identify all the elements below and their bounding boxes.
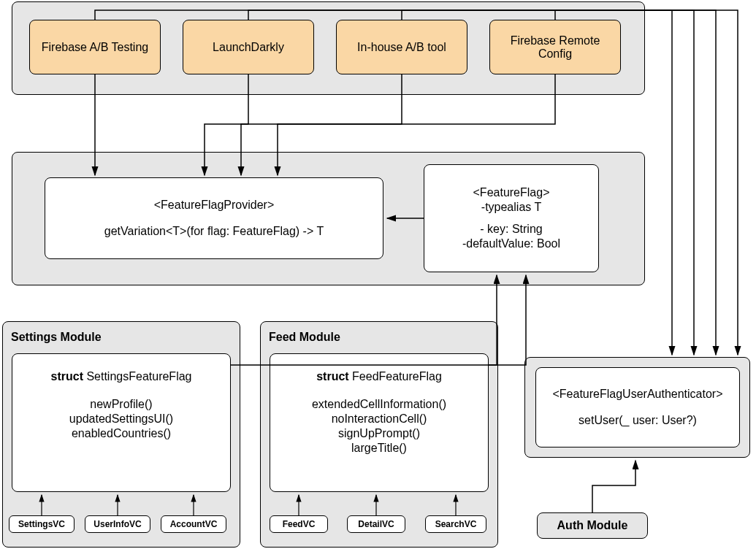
- provider-label: In-house A/B tool: [357, 41, 446, 54]
- featureflag-box: <FeatureFlag> -typealias T - key: String…: [424, 164, 599, 272]
- auth-title: <FeatureFlagUserAuthenticator>: [539, 388, 736, 401]
- vc-userinfo: UserInfoVC: [85, 515, 150, 533]
- struct-name: FeedFeatureFlag: [349, 370, 442, 383]
- vc-label: DetailVC: [358, 519, 394, 529]
- vc-label: AccountVC: [170, 519, 218, 529]
- ff-default: -defaultValue: Bool: [427, 237, 595, 250]
- auth-module-box: Auth Module: [537, 512, 648, 539]
- ff-title: <FeatureFlag>: [427, 186, 595, 199]
- auth-module-label: Auth Module: [557, 519, 628, 532]
- struct-keyword: struct: [316, 370, 348, 383]
- feed-method-2: signUpPrompt(): [273, 427, 485, 440]
- feed-struct-box: struct FeedFeatureFlag extendedCellInfor…: [270, 353, 489, 492]
- settings-module-label: Settings Module: [11, 331, 102, 344]
- vc-feed: FeedVC: [270, 515, 328, 533]
- vc-settings: SettingsVC: [9, 515, 75, 533]
- provider-firebase-ab: Firebase A/B Testing: [29, 20, 161, 74]
- ff-key: - key: String: [427, 223, 595, 236]
- provider-launchdarkly: LaunchDarkly: [183, 20, 314, 74]
- vc-label: UserInfoVC: [93, 519, 141, 529]
- vc-label: SearchVC: [435, 519, 477, 529]
- struct-name: SettingsFeatureFlag: [83, 370, 192, 383]
- vc-label: FeedVC: [283, 519, 316, 529]
- struct-keyword: struct: [51, 370, 83, 383]
- settings-method-0: newProfile(): [15, 398, 227, 411]
- vc-search: SearchVC: [425, 515, 486, 533]
- featureflagprovider-box: <FeatureFlagProvider> getVariation<T>(fo…: [45, 177, 383, 259]
- feed-method-1: noInteractionCell(): [273, 412, 485, 426]
- feed-module-label: Feed Module: [269, 331, 340, 344]
- feed-method-3: largeTitle(): [273, 442, 485, 455]
- provider-inhouse: In-house A/B tool: [336, 20, 467, 74]
- vc-account: AccountVC: [161, 515, 226, 533]
- settings-struct-box: struct SettingsFeatureFlag newProfile() …: [12, 353, 231, 492]
- provider-firebase-remote: Firebase Remote Config: [489, 20, 621, 74]
- vc-label: SettingsVC: [18, 519, 65, 529]
- provider-label: Firebase Remote Config: [493, 34, 617, 61]
- ff-typealias: -typealias T: [427, 201, 595, 214]
- settings-struct-title: struct SettingsFeatureFlag: [15, 370, 227, 383]
- feed-method-0: extendedCellInformation(): [273, 398, 485, 411]
- feed-struct-title: struct FeedFeatureFlag: [273, 370, 485, 383]
- auth-method: setUser(_ user: User?): [539, 414, 736, 427]
- provider-label: Firebase A/B Testing: [42, 41, 148, 54]
- ffp-title: <FeatureFlagProvider>: [48, 199, 380, 212]
- settings-method-2: enabledCountries(): [15, 427, 227, 440]
- authenticator-box: <FeatureFlagUserAuthenticator> setUser(_…: [535, 367, 740, 447]
- provider-label: LaunchDarkly: [213, 41, 284, 54]
- ffp-method: getVariation<T>(for flag: FeatureFlag) -…: [48, 225, 380, 238]
- settings-method-1: updatedSettingsUI(): [15, 412, 227, 426]
- vc-detail: DetailVC: [347, 515, 405, 533]
